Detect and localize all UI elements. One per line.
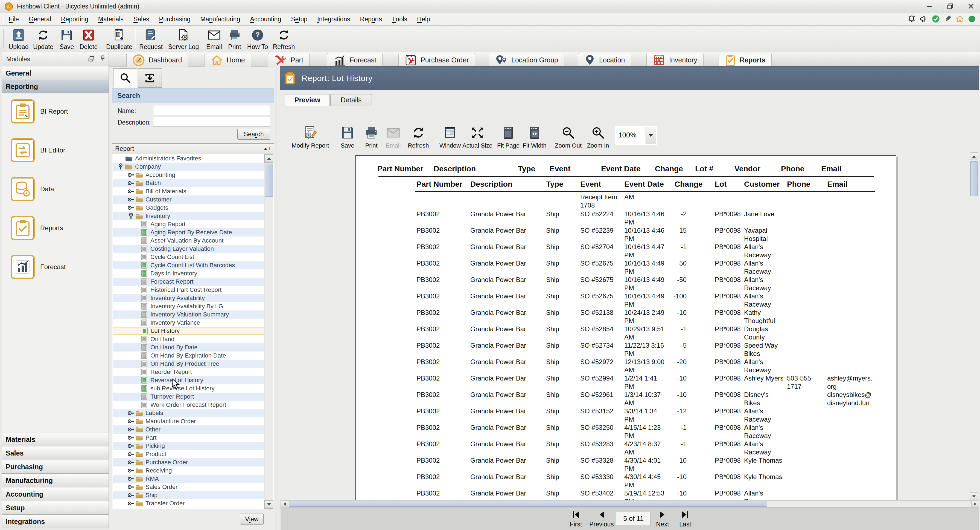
tree-collapsed-icon[interactable] xyxy=(127,197,135,202)
description-input[interactable] xyxy=(153,117,270,126)
zoom-out-button[interactable]: Zoom Out xyxy=(553,125,583,149)
tree-collapsed-icon[interactable] xyxy=(127,493,135,498)
tree-item-picking[interactable]: Picking xyxy=(113,442,265,450)
tree-collapsed-icon[interactable] xyxy=(127,419,135,424)
edit-pencil-icon[interactable] xyxy=(943,14,952,23)
tree-item-manufacture-order[interactable]: Manufacture Order xyxy=(113,417,265,425)
online-green-dot-icon[interactable] xyxy=(967,14,976,23)
upload-button[interactable]: Upload xyxy=(7,28,30,51)
home-gold-icon[interactable] xyxy=(955,14,964,23)
fit-width-button[interactable]: Fit Width xyxy=(521,125,548,149)
tree-item-on-hand-by-date[interactable]: On Hand By Date xyxy=(113,343,265,351)
tree-item-aging-report[interactable]: Aging Report xyxy=(113,220,265,228)
tree-scroll-up-button[interactable] xyxy=(264,155,274,163)
preview-vscroll-thumb[interactable] xyxy=(970,161,978,196)
modify-report-button[interactable]: Modify Report xyxy=(288,125,332,149)
tree-item-lot-history[interactable]: Lot History xyxy=(113,327,265,335)
tree-item-asset-valuation-by-account[interactable]: Asset Valuation By Account xyxy=(113,236,265,245)
tab-dashboard[interactable]: Dashboard xyxy=(126,53,188,67)
tree-item-labels[interactable]: Labels xyxy=(113,409,265,417)
tree-collapsed-icon[interactable] xyxy=(127,452,135,457)
preview-save-button[interactable]: Save xyxy=(339,125,356,149)
previous-page-button[interactable]: Previous xyxy=(587,509,616,528)
tree-item-bill-of-materials[interactable]: Bill of Materials xyxy=(113,187,265,195)
preview-vertical-scrollbar[interactable] xyxy=(970,152,978,500)
sidebar-section-integrations[interactable]: Integrations xyxy=(2,515,108,528)
tab-details[interactable]: Details xyxy=(330,94,372,106)
menu-reporting[interactable]: Reporting xyxy=(56,13,93,25)
save-button[interactable]: Save xyxy=(58,28,75,51)
tree-item-reverse-lot-history[interactable]: Reverse Lot History xyxy=(113,376,265,384)
search-button[interactable]: Search xyxy=(237,129,270,140)
sidebar-section-setup[interactable]: Setup xyxy=(2,501,108,515)
module-forecast[interactable]: Forecast xyxy=(11,255,65,279)
tree-item-historical-part-cost-report[interactable]: Historical Part Cost Report xyxy=(113,286,265,294)
tree-collapsed-icon[interactable] xyxy=(127,435,135,440)
tree-item-transfer-order[interactable]: Transfer Order xyxy=(113,499,265,508)
tree-expanded-icon[interactable] xyxy=(116,163,125,170)
tree-item-other[interactable]: Other xyxy=(113,425,265,434)
request-button[interactable]: Request xyxy=(138,28,164,51)
tree-item-inventory-variance[interactable]: Inventory Variance xyxy=(113,319,265,327)
tab-location-group[interactable]: Location Group xyxy=(488,53,565,67)
tree-collapsed-icon[interactable] xyxy=(127,172,135,177)
tree-collapsed-icon[interactable] xyxy=(127,468,135,473)
tree-item-reorder-report[interactable]: Reorder Report xyxy=(113,368,265,376)
tree-item-ship[interactable]: Ship xyxy=(113,491,265,499)
tree-collapsed-icon[interactable] xyxy=(127,476,135,481)
sidebar-section-materials[interactable]: Materials xyxy=(2,433,108,446)
how-to-button[interactable]: ? How To xyxy=(246,28,269,51)
page-number-box[interactable]: 5 of 11 xyxy=(616,512,651,525)
tree-item-product[interactable]: Product xyxy=(113,450,265,458)
tree-collapsed-icon[interactable] xyxy=(127,181,135,185)
tree-collapsed-icon[interactable] xyxy=(127,205,135,210)
tree-expanded-icon[interactable] xyxy=(127,212,135,220)
tree-item-on-hand-by-expiration-date[interactable]: On Hand By Expiration Date xyxy=(113,351,265,360)
preview-scroll-right-button[interactable] xyxy=(971,501,979,507)
tree-item-cycle-count-list[interactable]: Cycle Count List xyxy=(113,253,265,261)
tree-scroll-thumb[interactable] xyxy=(265,164,273,196)
import-tab[interactable] xyxy=(138,69,162,88)
menu-file[interactable]: File xyxy=(4,13,24,25)
preview-email-button[interactable]: Email xyxy=(383,125,403,149)
sidebar-section-accounting[interactable]: Accounting xyxy=(2,488,108,501)
menu-integrations[interactable]: Integrations xyxy=(312,13,355,25)
email-button[interactable]: Email xyxy=(205,28,224,51)
tree-collapsed-icon[interactable] xyxy=(127,501,135,506)
tree-item-batch[interactable]: Batch xyxy=(113,179,265,187)
tree-item-accounting[interactable]: Accounting xyxy=(113,171,265,179)
maximize-button[interactable] xyxy=(945,2,955,11)
tree-item-administrator-s-favorites[interactable]: Administrator's Favorites xyxy=(113,155,265,163)
tree-item-company[interactable]: Company xyxy=(113,163,265,171)
tree-item-sub-reverse-lot-history[interactable]: sub Reverse Lot History xyxy=(113,384,265,393)
duplicate-button[interactable]: Duplicate xyxy=(105,28,133,51)
server-log-button[interactable]: Server Log xyxy=(167,28,200,51)
tree-item-rma[interactable]: RMA xyxy=(113,475,265,483)
minimize-button[interactable] xyxy=(925,2,934,11)
tree-item-part[interactable]: Part xyxy=(113,434,265,442)
tree-scrollbar[interactable] xyxy=(264,155,274,509)
menu-reports[interactable]: Reports xyxy=(355,13,387,25)
preview-scroll-down-button[interactable] xyxy=(970,492,978,500)
sidebar-section-manufacturing[interactable]: Manufacturing xyxy=(2,474,108,487)
tree-item-costing-layer-valuation[interactable]: Costing Layer Valuation xyxy=(113,245,265,253)
first-page-button[interactable]: First xyxy=(568,509,584,528)
menu-accounting[interactable]: Accounting xyxy=(245,13,286,25)
menu-tools[interactable]: Tools xyxy=(387,13,412,25)
view-button[interactable]: View xyxy=(240,514,264,525)
next-page-button[interactable]: Next xyxy=(654,509,671,528)
menu-general[interactable]: General xyxy=(24,13,56,25)
tab-forecast[interactable]: Forecast xyxy=(327,53,383,67)
module-bi-editor[interactable]: BI Editor xyxy=(11,138,65,162)
tab-reports[interactable]: Reports xyxy=(719,53,772,67)
tree-item-aging-report-by-receive-date[interactable]: Aging Report By Receive Date xyxy=(113,228,265,236)
tree-item-days-in-inventory[interactable]: Days In Inventory xyxy=(113,270,265,278)
tab-part[interactable]: Part xyxy=(268,53,310,67)
sidebar-section-reporting[interactable]: Reporting xyxy=(2,80,108,93)
fit-page-button[interactable]: Fit Page xyxy=(495,125,522,149)
preview-scroll-left-button[interactable] xyxy=(280,501,288,507)
menu-setup[interactable]: Setup xyxy=(286,13,312,25)
module-reports[interactable]: Reports xyxy=(11,216,63,240)
tab-home[interactable]: Home xyxy=(205,53,251,67)
window-button[interactable]: Window xyxy=(437,125,463,149)
